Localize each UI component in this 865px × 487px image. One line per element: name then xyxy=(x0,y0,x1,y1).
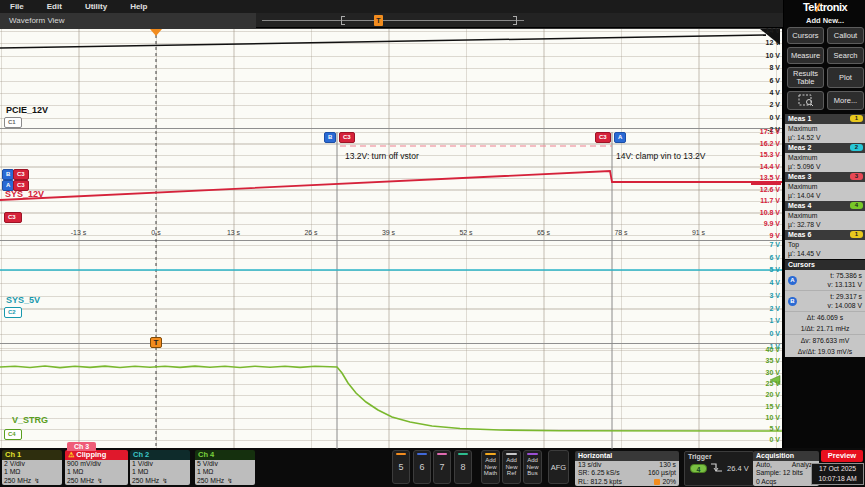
trigger-level-arrow-icon[interactable] xyxy=(770,376,780,385)
slot-5-button[interactable]: 5 xyxy=(392,450,410,484)
time-label: -13 s xyxy=(71,229,87,236)
callout-clamp-vin[interactable]: 14V: clamp vin to 13.2V xyxy=(616,151,705,161)
ch1-offscreen-arrow-icon xyxy=(760,29,780,45)
ch2-badge-title: Ch 2 xyxy=(130,450,190,460)
trigger-t-marker[interactable]: T xyxy=(150,337,162,348)
menu-item[interactable]: Help xyxy=(120,0,160,13)
meas1-value: µ': 14.52 V xyxy=(788,133,865,142)
menu-item[interactable]: Edit xyxy=(37,0,75,13)
meas2-value: µ': 5.096 V xyxy=(788,162,865,171)
measure-button[interactable]: Measure xyxy=(787,47,824,64)
time-label: 78 s xyxy=(614,229,627,236)
acquisition-title: Acquisition xyxy=(753,451,819,461)
results-table-button[interactable]: Results Table xyxy=(787,67,824,88)
ch2-channel-badge[interactable]: C2 xyxy=(4,307,22,318)
ch4-trace xyxy=(0,366,782,431)
search-button[interactable]: Search xyxy=(827,47,864,64)
acquisition-mode: Auto, xyxy=(756,461,772,469)
add-new-label: Add New... xyxy=(784,16,865,25)
meas6-badge[interactable]: Meas 6 1 Top µ': 14.45 V xyxy=(785,230,865,259)
ch3-badge[interactable]: Ch 3 Clipping 900 mV/div 1 MΩ 250 MHz xyxy=(65,450,128,485)
cursor-a-channel-tag: C3 xyxy=(13,180,29,191)
ch1-badge[interactable]: Ch 1 2 V/div 1 MΩ 250 MHz xyxy=(2,450,62,485)
meas2-badge[interactable]: Meas 2 2 Maximum µ': 5.096 V xyxy=(785,143,865,172)
inverse-delta-t-readout: 1/Δt: 21.71 mHz xyxy=(785,323,865,334)
datetime-display[interactable]: 17 Oct 2025 10:07:18 AM xyxy=(811,463,864,485)
meas4-stat: Maximum xyxy=(788,211,865,220)
add-new-bus-button[interactable]: Add New Bus xyxy=(523,450,542,484)
tab-waveform-view[interactable]: Waveform View xyxy=(0,13,256,28)
ch3-position-tick xyxy=(751,183,781,185)
meas2-stat: Maximum xyxy=(788,153,865,162)
acquisition-sample: Sample: 12 bits xyxy=(756,469,803,477)
plot-button[interactable]: Plot xyxy=(827,67,864,88)
meas3-title: Meas 3 xyxy=(788,173,811,180)
cursor-b-top-marker[interactable]: B xyxy=(324,132,336,143)
slot-6-button[interactable]: 6 xyxy=(413,450,431,484)
horizontal-position-icon xyxy=(654,479,660,485)
add-ref-label: Add New Ref xyxy=(504,457,519,477)
time-label: 0 s xyxy=(151,229,160,236)
ch4-impedance: 1 MΩ xyxy=(197,468,253,476)
meas6-source-badge: 1 xyxy=(850,231,863,238)
ch1-channel-badge[interactable]: C1 xyxy=(4,117,22,128)
ch4-vdiv: 5 V/div xyxy=(197,460,253,468)
callout-button[interactable]: Callout xyxy=(827,27,864,44)
ch4-bandwidth: 250 MHz xyxy=(197,477,224,484)
more-button[interactable]: More... xyxy=(827,91,864,110)
meas2-source-badge: 2 xyxy=(850,144,863,151)
slot-7-stripe xyxy=(437,453,447,455)
preview-button[interactable]: Preview xyxy=(821,450,863,462)
callout-turn-off-vstor[interactable]: 13.2V: turn off vstor xyxy=(345,151,419,161)
overview-trigger-marker-icon[interactable]: T xyxy=(374,15,383,26)
time-axis-labels: -13 s0 s13 s26 s39 s52 s65 s78 s91 s xyxy=(0,229,782,239)
bw-limit-icon xyxy=(227,477,232,484)
cursor-b-top-channel-tag: C3 xyxy=(339,132,355,143)
add-new-ref-button[interactable]: Add New Ref xyxy=(502,450,521,484)
menu-items: FileEditUtilityHelp xyxy=(0,0,160,13)
menu-item[interactable]: File xyxy=(0,0,37,13)
cursors-button[interactable]: Cursors xyxy=(787,27,824,44)
meas4-badge[interactable]: Meas 4 4 Maximum µ': 32.78 V xyxy=(785,201,865,230)
ch1-bandwidth: 250 MHz xyxy=(4,477,31,484)
cursors-panel-title: Cursors xyxy=(785,260,865,270)
overview-right-bracket-icon[interactable] xyxy=(513,16,517,25)
trigger-source-badge: 4 xyxy=(690,464,707,473)
cursors-readout-panel[interactable]: Cursors A t: 75.386 s v: 13.131 V B t: 2… xyxy=(785,260,865,357)
slot-6-label: 6 xyxy=(419,462,424,472)
ch1-trace xyxy=(0,35,766,48)
ch4-channel-badge[interactable]: C4 xyxy=(4,429,22,440)
afg-button[interactable]: AFG xyxy=(548,450,569,484)
bottom-bar: Ch 1 2 V/div 1 MΩ 250 MHz Ch 3 Clipping … xyxy=(0,448,865,487)
waveform-grid[interactable]: 14 V12 V10 V8 V6 V4 V2 V0 V-2 V 17.1 V16… xyxy=(0,28,782,448)
ch3-impedance: 1 MΩ xyxy=(67,468,126,476)
overview-left-bracket-icon[interactable] xyxy=(341,16,345,25)
time-label: 10:07:18 AM xyxy=(812,474,863,484)
horizontal-position: 20% xyxy=(662,478,676,485)
zoom-select-button[interactable] xyxy=(787,91,824,110)
slot-8-button[interactable]: 8 xyxy=(454,450,472,484)
meas6-value: µ': 14.45 V xyxy=(788,249,865,258)
record-length: RL: 812.5 kpts xyxy=(578,478,622,486)
bw-limit-icon xyxy=(34,477,39,484)
trigger-title: Trigger xyxy=(685,452,753,460)
ch2-badge[interactable]: Ch 2 1 V/div 1 MΩ 250 MHz xyxy=(130,450,190,485)
acquisition-panel[interactable]: Acquisition Auto,Analyze Sample: 12 bits… xyxy=(753,451,819,486)
slot-7-button[interactable]: 7 xyxy=(433,450,451,484)
horizontal-panel[interactable]: Horizontal 13 s/div130 s SR: 6.25 kS/s16… xyxy=(575,451,679,486)
trigger-panel[interactable]: Trigger 4 26.4 V xyxy=(684,451,754,486)
ch3-channel-badge[interactable]: C3 xyxy=(4,212,22,223)
horizontal-duration: 130 s xyxy=(659,461,676,469)
ch4-badge[interactable]: Ch 4 5 V/div 1 MΩ 250 MHz xyxy=(195,450,255,485)
ch2-bandwidth: 250 MHz xyxy=(132,477,159,484)
meas1-badge[interactable]: Meas 1 1 Maximum µ': 14.52 V xyxy=(785,114,865,143)
trigger-position-triangle-icon[interactable] xyxy=(150,29,162,36)
meas3-badge[interactable]: Meas 3 3 Maximum µ': 14.04 V xyxy=(785,172,865,201)
menu-item[interactable]: Utility xyxy=(75,0,120,13)
add-new-math-button[interactable]: Add New Math xyxy=(481,450,500,484)
cursor-a-top-marker[interactable]: A xyxy=(614,132,626,143)
clipping-warning-icon xyxy=(68,451,74,458)
meas3-value: µ': 14.04 V xyxy=(788,191,865,200)
cursor-a-time: t: 75.386 s xyxy=(830,272,862,279)
add-math-stripe xyxy=(485,453,496,455)
